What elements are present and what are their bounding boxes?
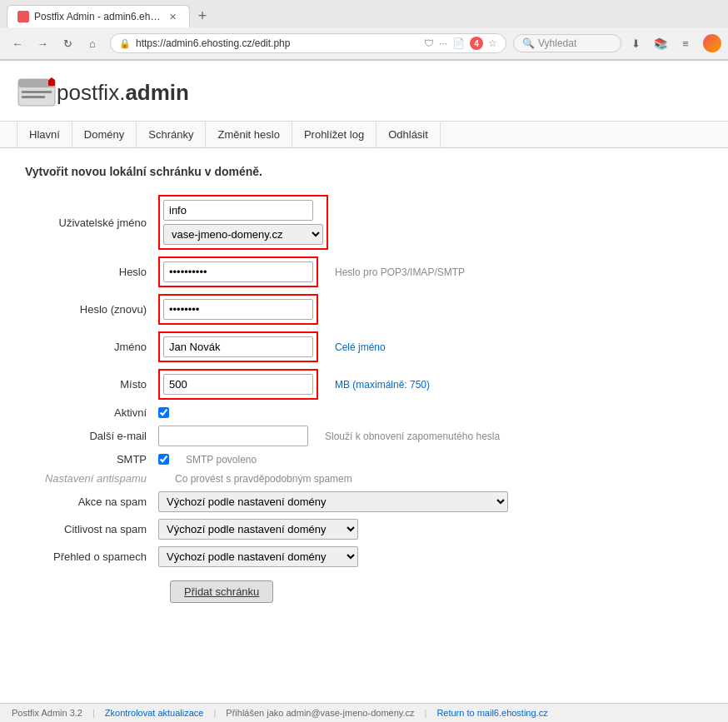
password-field-box	[158, 256, 318, 287]
tab-title: Postfix Admin - admin6.ehosti...	[34, 11, 161, 22]
shield-icon: 🛡	[424, 37, 434, 49]
spam-report-select[interactable]: Výchozí podle nastavení domény	[158, 546, 358, 567]
active-row: Aktivní	[25, 406, 703, 419]
antispam-hint: Co provést s pravděpodobným spamem	[175, 473, 352, 485]
svg-rect-2	[22, 91, 52, 93]
password2-row: Heslo (znovu)	[25, 294, 703, 325]
nav-bar: ← → ↻ ⌂ 🔒 https://admin6.ehosting.cz/edi…	[0, 27, 728, 60]
more-menu-icon[interactable]: ≡	[675, 32, 696, 54]
quota-row: Místo MB (maximálně: 750)	[25, 369, 703, 400]
active-tab[interactable]: Postfix Admin - admin6.ehosti... ✕	[7, 5, 190, 27]
active-label: Aktivní	[25, 406, 158, 419]
search-icon: 🔍	[522, 37, 535, 49]
form-title: Vytvořit novou lokální schránku v doméně…	[25, 165, 703, 178]
notification-badge: 4	[470, 37, 483, 50]
back-button[interactable]: ←	[7, 32, 28, 54]
password2-label: Heslo (znovu)	[25, 303, 158, 316]
svg-rect-3	[22, 96, 45, 98]
nav-item-prohlizet-log[interactable]: Prohlížet log	[292, 122, 376, 147]
nav-item-hlavni[interactable]: Hlavní	[17, 122, 72, 147]
spam-sensitivity-row: Citlivost na spam Výchozí podle nastaven…	[25, 519, 703, 540]
password-hint: Heslo pro POP3/IMAP/SMTP	[335, 266, 465, 278]
address-bar[interactable]: 🔒 https://admin6.ehosting.cz/edit.php 🛡 …	[110, 33, 506, 53]
name-label: Jméno	[25, 341, 158, 353]
search-placeholder: Vyhledat	[538, 37, 576, 49]
site-header: postfix.admin	[0, 61, 728, 122]
tab-favicon	[17, 11, 29, 22]
site-title: postfix.admin	[57, 80, 189, 106]
reader-icon: 📄	[452, 37, 465, 49]
quota-field-box	[158, 369, 318, 400]
main-area: Vytvořit novou lokální schránku v doméně…	[0, 148, 728, 620]
email2-row: Další e-mail Slouží k obnovení zapomenut…	[25, 426, 703, 446]
site-name-light: postfix.	[57, 80, 125, 105]
search-bar[interactable]: 🔍 Vyhledat	[513, 34, 621, 52]
domain-select[interactable]: vase-jmeno-domeny.cz	[163, 224, 323, 245]
spam-action-label: Akce na spam	[25, 495, 158, 508]
smtp-label: SMTP	[25, 453, 158, 466]
new-tab-button[interactable]: +	[192, 6, 213, 27]
spam-sensitivity-label: Citlivost na spam	[25, 523, 158, 535]
spam-action-select[interactable]: Výchozí podle nastavení domény	[158, 491, 508, 512]
bookmark-icon[interactable]: ☆	[488, 37, 497, 49]
name-input[interactable]	[163, 336, 313, 357]
password2-field-box	[158, 294, 318, 325]
smtp-hint: SMTP povoleno	[186, 454, 257, 466]
bookmarks-icon[interactable]: 📚	[650, 32, 671, 54]
email2-input[interactable]	[158, 426, 308, 446]
page-content: postfix.admin Hlavní Domény Schránky Změ…	[0, 61, 728, 620]
email2-hint: Slouží k obnovení zapomenutého hesla	[325, 431, 500, 442]
browser-icon	[703, 34, 721, 52]
username-label: Uživatelské jméno	[25, 217, 158, 229]
spam-sensitivity-select[interactable]: Výchozí podle nastavení domény	[158, 519, 358, 540]
more-icon[interactable]: ···	[439, 37, 447, 49]
spam-report-row: Přehled o spamech Výchozí podle nastaven…	[25, 546, 703, 567]
password2-input[interactable]	[163, 299, 313, 320]
password-input[interactable]	[163, 261, 313, 282]
username-input[interactable]	[163, 200, 313, 221]
name-row: Jméno Celé jméno	[25, 331, 703, 362]
active-checkbox[interactable]	[158, 407, 169, 418]
refresh-button[interactable]: ↻	[57, 32, 78, 54]
quota-label: Místo	[25, 378, 158, 391]
name-field-box	[158, 331, 318, 362]
logo-icon	[17, 72, 57, 112]
spam-report-label: Přehled o spamech	[25, 550, 158, 563]
nav-item-domeny[interactable]: Domény	[72, 122, 137, 147]
smtp-checkbox[interactable]	[158, 454, 169, 465]
password-row: Heslo Heslo pro POP3/IMAP/SMTP	[25, 256, 703, 287]
name-hint: Celé jméno	[335, 341, 386, 353]
nav-menu: Hlavní Domény Schránky Změnit heslo Proh…	[0, 122, 728, 148]
nav-item-odhlasit[interactable]: Odhlásit	[376, 122, 441, 147]
nav-item-zmenit-heslo[interactable]: Změnit heslo	[206, 122, 292, 147]
active-checkbox-row	[158, 407, 169, 418]
forward-button[interactable]: →	[32, 32, 53, 54]
home-button[interactable]: ⌂	[82, 32, 103, 54]
download-icon[interactable]: ⬇	[625, 32, 646, 54]
browser-chrome: Postfix Admin - admin6.ehosti... ✕ + ← →…	[0, 0, 728, 61]
password-label: Heslo	[25, 266, 158, 278]
tab-close-icon[interactable]: ✕	[166, 10, 179, 23]
url-text: https://admin6.ehosting.cz/edit.php	[136, 37, 419, 49]
antispam-label-row: Nastavení antispamu Co provést s pravděp…	[25, 472, 703, 485]
username-row: Uživatelské jméno vase-jmeno-domeny.cz	[25, 195, 703, 250]
submit-row: Přidat schránku	[25, 580, 703, 603]
smtp-checkbox-row	[158, 454, 169, 465]
email2-label: Další e-mail	[25, 430, 158, 442]
quota-input[interactable]	[163, 374, 313, 395]
address-bar-icons: 🛡 ··· 📄 4 ☆	[424, 37, 497, 50]
lock-icon: 🔒	[119, 38, 131, 49]
highlighted-fields-box: vase-jmeno-domeny.cz	[158, 195, 328, 250]
site-name-bold: admin	[125, 80, 189, 105]
spam-action-row: Akce na spam Výchozí podle nastavení dom…	[25, 491, 703, 512]
submit-button[interactable]: Přidat schránku	[170, 580, 273, 603]
tab-bar: Postfix Admin - admin6.ehosti... ✕ +	[0, 0, 728, 27]
nav-item-schranky[interactable]: Schránky	[137, 122, 206, 147]
antispam-label: Nastavení antispamu	[25, 472, 158, 485]
quota-hint: MB (maximálně: 750)	[335, 379, 430, 391]
smtp-row: SMTP SMTP povoleno	[25, 453, 703, 466]
